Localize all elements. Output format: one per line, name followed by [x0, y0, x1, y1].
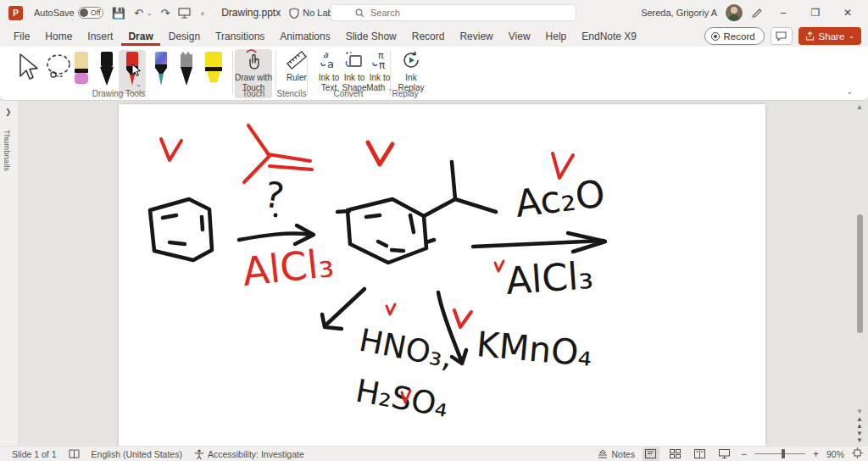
- reading-view-button[interactable]: [692, 447, 709, 461]
- restore-button[interactable]: ❐: [804, 0, 827, 25]
- minimize-button[interactable]: –: [771, 0, 795, 25]
- tab-draw[interactable]: Draw: [121, 27, 159, 46]
- start-presentation-icon[interactable]: [178, 8, 191, 19]
- group-label-drawing-tools: Drawing Tools: [92, 89, 146, 98]
- record-button[interactable]: Record: [704, 27, 765, 45]
- comments-button[interactable]: [771, 27, 793, 45]
- slideshow-view-button[interactable]: [716, 447, 733, 461]
- document-title: Drawing.pptx: [221, 7, 281, 19]
- slide-canvas[interactable]: ? Ac₂O AlCl₃ HNO₃, H₂SO₄ KMnO₄ AlCl₃: [119, 104, 765, 446]
- red-pen-tool-selected[interactable]: ⌄: [119, 50, 146, 94]
- zoom-out-button[interactable]: −: [741, 448, 747, 460]
- red-checkmark-2: [368, 142, 392, 164]
- scrollbar-thumb[interactable]: [857, 214, 863, 333]
- scroll-down-icon[interactable]: ▼: [856, 408, 863, 415]
- tab-help[interactable]: Help: [539, 27, 574, 46]
- touch-hand-icon: [242, 49, 264, 71]
- tab-endnote[interactable]: EndNote X9: [575, 27, 643, 46]
- tab-review[interactable]: Review: [453, 27, 499, 46]
- h2so4-formula: H₂SO₄: [353, 373, 451, 425]
- tab-file[interactable]: File: [7, 27, 36, 46]
- eraser-icon: [70, 50, 92, 89]
- tab-insert[interactable]: Insert: [81, 27, 120, 46]
- autosave-switch[interactable]: Off: [78, 7, 103, 19]
- fit-to-window-button[interactable]: [852, 447, 863, 460]
- normal-view-button[interactable]: [643, 447, 659, 461]
- expand-thumbnails-chevron-icon[interactable]: ❯: [5, 108, 12, 116]
- search-placeholder: Search: [370, 8, 400, 18]
- tab-record[interactable]: Record: [405, 27, 452, 46]
- tab-animations[interactable]: Animations: [273, 27, 337, 46]
- notes-button[interactable]: Notes: [598, 449, 635, 459]
- ink-replay-button[interactable]: Ink Replay: [392, 49, 430, 92]
- propene-structure: [244, 125, 270, 182]
- slide-indicator[interactable]: Slide 1 of 1: [12, 449, 57, 459]
- group-label-replay: Replay: [392, 89, 418, 98]
- question-mark-annotation: ?: [261, 174, 287, 218]
- cursor-arrow-icon: [12, 51, 41, 85]
- gray-pencil-tool[interactable]: [173, 50, 200, 94]
- quick-access-overflow-icon[interactable]: ⌅: [199, 9, 205, 17]
- ruler-icon: [286, 49, 308, 71]
- pen-mode-icon[interactable]: [751, 6, 763, 19]
- group-label-convert: Convert: [333, 89, 363, 98]
- hno3-formula: HNO₃,: [356, 322, 455, 375]
- tab-home[interactable]: Home: [38, 27, 79, 46]
- ink-to-math-icon: π π: [368, 49, 392, 71]
- search-input[interactable]: Search: [331, 4, 576, 21]
- spellcheck-icon[interactable]: [69, 449, 80, 459]
- save-icon[interactable]: 💾: [112, 7, 125, 19]
- toggle-knob: [80, 8, 88, 17]
- close-button[interactable]: ✕: [836, 0, 860, 25]
- language-status[interactable]: English (United States): [92, 449, 182, 459]
- accessibility-status[interactable]: Accessibility: Investigate: [208, 449, 304, 459]
- tab-view[interactable]: View: [502, 27, 537, 46]
- select-tool[interactable]: [12, 51, 41, 85]
- ac2o-formula: Ac₂O: [513, 171, 607, 225]
- slide-sorter-view-button[interactable]: [667, 447, 684, 461]
- autosave-toggle[interactable]: AutoSave Off: [34, 7, 103, 19]
- user-name[interactable]: Sereda, Grigoriy A: [641, 8, 717, 18]
- thumbnails-panel-collapsed[interactable]: ❯ Thumbnails: [0, 101, 19, 446]
- svg-text:a: a: [327, 58, 334, 70]
- red-checkmark-3: [553, 153, 573, 178]
- tab-transitions[interactable]: Transitions: [209, 27, 271, 46]
- tab-design[interactable]: Design: [162, 27, 207, 46]
- reaction-arrow-2: [473, 241, 604, 247]
- alcl3-formula-red: AlCl₃: [241, 240, 337, 295]
- eraser-tool[interactable]: [68, 50, 95, 94]
- powerpoint-app-icon[interactable]: P: [8, 6, 23, 20]
- group-label-touch: Touch: [242, 89, 265, 98]
- scroll-up-icon[interactable]: ▲: [856, 103, 864, 114]
- mouse-cursor-icon: [131, 64, 142, 77]
- zoom-level[interactable]: 90%: [826, 449, 844, 459]
- share-icon: [805, 31, 815, 41]
- black-pen-tool[interactable]: [93, 50, 120, 94]
- share-button[interactable]: Share ⌄: [798, 27, 861, 45]
- redo-button[interactable]: ↷: [161, 7, 170, 19]
- tab-slide-show[interactable]: Slide Show: [339, 27, 403, 46]
- highlighter-icon: [202, 50, 225, 89]
- zoom-in-button[interactable]: +: [813, 448, 819, 460]
- autosave-label: AutoSave: [34, 8, 75, 18]
- accessibility-icon[interactable]: [194, 449, 204, 459]
- red-tick-alcl3: [495, 261, 504, 271]
- galaxy-pen-tool[interactable]: [147, 50, 175, 94]
- next-slide-button[interactable]: ▼▼: [856, 430, 863, 444]
- previous-slide-button[interactable]: ▲▲: [856, 416, 863, 430]
- pen-options-chevron-icon[interactable]: ⌄: [136, 81, 142, 88]
- notes-icon: [598, 449, 608, 458]
- zoom-slider-thumb[interactable]: [782, 449, 785, 458]
- red-checkmark-kmno4: [454, 310, 471, 327]
- title-bar: P AutoSave Off 💾 ↶⌄ ↷ ⌅ Drawing.pptx No …: [0, 0, 868, 25]
- undo-button[interactable]: ↶⌄: [134, 7, 153, 19]
- ribbon-tab-row: File Home Insert Draw Design Transitions…: [0, 25, 868, 47]
- collapse-ribbon-chevron-icon[interactable]: ⌄: [846, 87, 853, 96]
- zoom-slider[interactable]: [754, 453, 805, 455]
- red-tick-hno3: [387, 304, 395, 314]
- yellow-highlighter-tool[interactable]: [200, 50, 227, 94]
- red-checkmark-1: [161, 139, 181, 160]
- ribbon: ⌄ Drawing Tools Draw: [0, 47, 868, 101]
- vertical-scrollbar[interactable]: ▲ ▼ ▲▲ ▼▼: [854, 101, 865, 446]
- avatar[interactable]: [726, 4, 743, 21]
